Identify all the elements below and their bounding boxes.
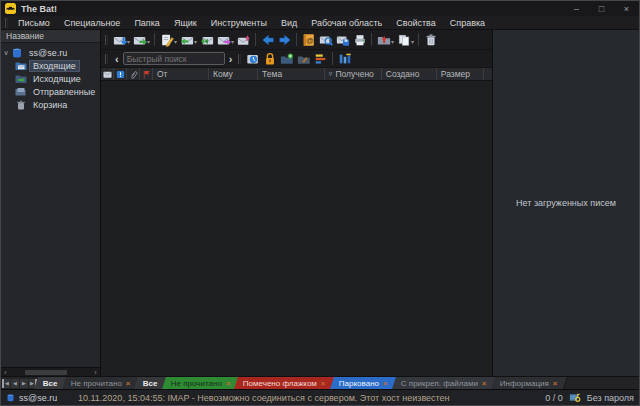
toolbar-grip[interactable]	[238, 54, 241, 64]
folder-label-outbox[interactable]: Исходящие	[30, 74, 84, 84]
toolbar-separator	[154, 33, 155, 46]
column-size[interactable]: Размер	[437, 68, 484, 80]
mail-ticker-button[interactable]	[244, 50, 261, 67]
preview-empty-text: Нет загруженных писем	[516, 198, 616, 208]
forward-button[interactable]	[215, 31, 232, 48]
menu-workspace[interactable]: Рабочая область	[304, 16, 389, 30]
toolbar-grip[interactable]	[105, 54, 108, 64]
send-mail-button[interactable]	[131, 31, 148, 48]
print-button[interactable]	[351, 31, 368, 48]
new-message-button[interactable]	[158, 31, 175, 48]
tab-nav-first[interactable]: ◀	[2, 379, 10, 388]
preview-pane[interactable]: Нет загруженных писем	[492, 30, 639, 376]
toolbar-separator	[255, 33, 256, 46]
list-tab-flagged[interactable]: Помечено флажком ×	[234, 377, 336, 389]
list-tab-attachments[interactable]: С прикреп. файлами ×	[392, 377, 497, 389]
send-mail-dropdown-icon[interactable]: ▾	[147, 38, 150, 45]
quick-search-input[interactable]	[123, 52, 225, 65]
tab-close-icon[interactable]: ×	[553, 379, 558, 388]
check-mail-button[interactable]	[111, 31, 128, 48]
column-filler	[484, 68, 492, 80]
tree-row-inbox[interactable]: Входящие	[1, 59, 100, 72]
folder-label-trash[interactable]: Корзина	[30, 100, 70, 110]
tab-close-icon[interactable]: ×	[383, 379, 388, 388]
menu-mailbox[interactable]: Ящик	[167, 16, 204, 30]
menu-view[interactable]: Вид	[274, 16, 304, 30]
column-subject[interactable]: Тема	[258, 68, 325, 80]
sidebar-horizontal-scrollbar[interactable]: ‹ ›	[1, 367, 100, 376]
reply-button[interactable]	[178, 31, 195, 48]
column-to[interactable]: Кому	[209, 68, 258, 80]
move-to-folder-button[interactable]	[375, 31, 392, 48]
lock-icon	[263, 52, 277, 66]
account-lock-button[interactable]	[261, 50, 278, 67]
redirect-button[interactable]	[235, 31, 252, 48]
next-message-button[interactable]	[276, 31, 293, 48]
tab-close-icon[interactable]: ×	[226, 379, 231, 388]
tab-nav-next[interactable]: ▶	[20, 379, 28, 388]
status-account[interactable]: ss@se.ru	[6, 393, 78, 403]
menu-special[interactable]: Специальное	[57, 16, 128, 30]
tab-close-icon[interactable]: ×	[482, 379, 487, 388]
delete-button[interactable]	[422, 31, 439, 48]
previous-message-button[interactable]	[259, 31, 276, 48]
column-from[interactable]: От	[153, 68, 209, 80]
scroll-thumb[interactable]	[25, 370, 67, 375]
search-prev-icon[interactable]: ‹	[111, 51, 123, 67]
close-button[interactable]: ×	[614, 1, 639, 16]
list-tab-unread[interactable]: Не прочитано ×	[162, 377, 241, 389]
menu-help[interactable]: Справка	[443, 16, 492, 30]
tree-row-sent[interactable]: Отправленные	[1, 85, 100, 98]
maximize-button[interactable]: □	[589, 1, 614, 16]
sort-order-button[interactable]	[312, 50, 329, 67]
column-unread[interactable]	[101, 68, 114, 80]
search-next-icon[interactable]: ›	[225, 51, 237, 67]
chevron-down-icon[interactable]: ∨	[1, 49, 11, 57]
address-book-button[interactable]: @	[300, 31, 317, 48]
tree-row-account[interactable]: ∨ ss@se.ru	[1, 46, 100, 59]
password-status-label[interactable]: Без пароля	[587, 393, 634, 403]
password-key-icon	[569, 392, 581, 403]
menubar-grip[interactable]	[5, 18, 8, 28]
reply-all-button[interactable]	[198, 31, 215, 48]
check-mail-dropdown-icon[interactable]: ▾	[127, 38, 130, 45]
tab-close-icon[interactable]: ×	[321, 379, 326, 388]
message-list[interactable]	[101, 81, 492, 376]
titlebar[interactable]: The Bat! – □ ×	[1, 1, 639, 16]
sidebar-header[interactable]: Название	[1, 30, 100, 43]
copy-to-folder-button[interactable]	[395, 31, 412, 48]
new-message-dropdown-icon[interactable]: ▾	[174, 38, 177, 45]
menu-letter[interactable]: Письмо	[11, 16, 57, 30]
menu-tools[interactable]: Инструменты	[204, 16, 274, 30]
folder-label-inbox[interactable]: Входящие	[30, 61, 79, 71]
search-messages-button[interactable]	[317, 31, 334, 48]
scroll-track[interactable]	[10, 369, 91, 376]
menu-folder[interactable]: Папка	[127, 16, 167, 30]
copy-to-folder-dropdown-icon[interactable]: ▾	[411, 38, 414, 45]
folder-label-sent[interactable]: Отправленные	[30, 87, 98, 97]
tree-row-outbox[interactable]: Исходящие	[1, 72, 100, 85]
column-received[interactable]: ▿ Получено	[325, 68, 382, 80]
account-label[interactable]: ss@se.ru	[26, 48, 70, 58]
menu-properties[interactable]: Свойства	[389, 16, 443, 30]
tab-close-icon[interactable]: ×	[126, 379, 131, 388]
column-flag[interactable]	[140, 68, 153, 80]
forward-dropdown-icon[interactable]: ▾	[231, 38, 234, 45]
reply-dropdown-icon[interactable]: ▾	[194, 38, 197, 45]
new-folder-button[interactable]	[278, 50, 295, 67]
move-to-folder-dropdown-icon[interactable]: ▾	[391, 38, 394, 45]
column-created[interactable]: Создано	[382, 68, 437, 80]
list-tab-parked[interactable]: Парковано ×	[330, 377, 398, 389]
view-filter-button[interactable]	[336, 50, 353, 67]
send-mail-icon	[133, 33, 147, 47]
column-attachment[interactable]	[127, 68, 140, 80]
folder-maintenance-button[interactable]	[295, 50, 312, 67]
tree-row-trash[interactable]: Корзина	[1, 98, 100, 111]
sidebar-tab-unread[interactable]: Не прочитано ×	[62, 377, 141, 389]
tab-nav-prev[interactable]: ◀	[11, 379, 19, 388]
list-tab-info[interactable]: Информация ×	[491, 377, 568, 389]
column-priority[interactable]	[114, 68, 127, 80]
toolbar-grip[interactable]	[105, 35, 108, 45]
minimize-button[interactable]: –	[564, 1, 589, 16]
save-message-button[interactable]	[334, 31, 351, 48]
